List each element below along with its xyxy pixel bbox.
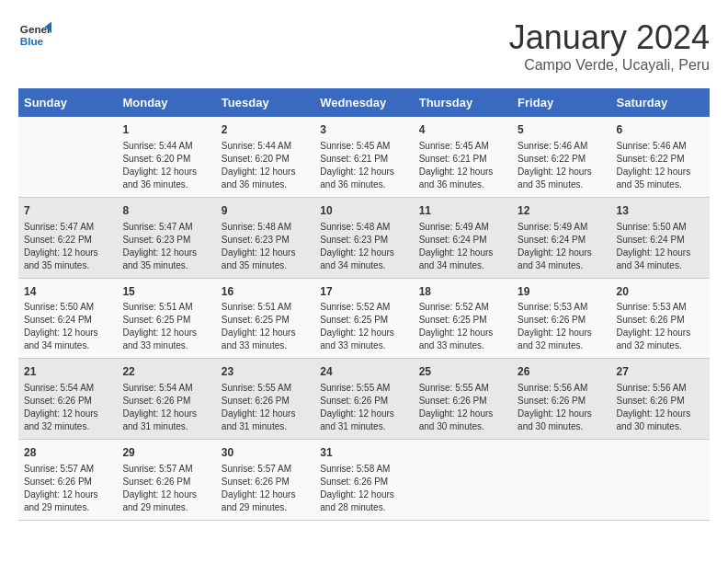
- calendar-cell: 3Sunrise: 5:45 AM Sunset: 6:21 PM Daylig…: [314, 117, 413, 197]
- day-number: 12: [518, 203, 605, 219]
- day-info: Sunrise: 5:46 AM Sunset: 6:22 PM Dayligh…: [617, 140, 704, 191]
- day-info: Sunrise: 5:44 AM Sunset: 6:20 PM Dayligh…: [222, 140, 309, 191]
- day-info: Sunrise: 5:50 AM Sunset: 6:24 PM Dayligh…: [617, 221, 704, 272]
- header-cell-tuesday: Tuesday: [216, 88, 314, 117]
- header-cell-monday: Monday: [117, 88, 215, 117]
- day-info: Sunrise: 5:52 AM Sunset: 6:25 PM Dayligh…: [320, 301, 407, 352]
- calendar-cell: 10Sunrise: 5:48 AM Sunset: 6:23 PM Dayli…: [314, 197, 413, 278]
- week-row-2: 7Sunrise: 5:47 AM Sunset: 6:22 PM Daylig…: [18, 197, 710, 278]
- day-number: 4: [419, 122, 506, 138]
- day-number: 19: [518, 284, 605, 300]
- day-number: 21: [24, 364, 111, 380]
- calendar-table: SundayMondayTuesdayWednesdayThursdayFrid…: [18, 88, 710, 521]
- calendar-cell: 16Sunrise: 5:51 AM Sunset: 6:25 PM Dayli…: [216, 278, 314, 359]
- calendar-cell: 17Sunrise: 5:52 AM Sunset: 6:25 PM Dayli…: [314, 278, 413, 359]
- calendar-cell: [611, 440, 710, 521]
- day-number: 1: [122, 122, 210, 138]
- day-number: 3: [320, 122, 407, 138]
- logo: General Blue: [18, 18, 51, 52]
- day-number: 13: [617, 203, 704, 219]
- day-info: Sunrise: 5:47 AM Sunset: 6:23 PM Dayligh…: [122, 221, 210, 272]
- week-row-3: 14Sunrise: 5:50 AM Sunset: 6:24 PM Dayli…: [18, 278, 710, 359]
- day-info: Sunrise: 5:53 AM Sunset: 6:26 PM Dayligh…: [518, 301, 605, 352]
- calendar-cell: 15Sunrise: 5:51 AM Sunset: 6:25 PM Dayli…: [117, 278, 215, 359]
- header-cell-sunday: Sunday: [18, 88, 117, 117]
- day-info: Sunrise: 5:55 AM Sunset: 6:26 PM Dayligh…: [222, 382, 309, 433]
- calendar-cell: 13Sunrise: 5:50 AM Sunset: 6:24 PM Dayli…: [611, 197, 710, 278]
- calendar-cell: 5Sunrise: 5:46 AM Sunset: 6:22 PM Daylig…: [512, 117, 610, 197]
- calendar-cell: [18, 117, 117, 197]
- day-number: 23: [222, 364, 309, 380]
- day-info: Sunrise: 5:55 AM Sunset: 6:26 PM Dayligh…: [320, 382, 407, 433]
- calendar-cell: 25Sunrise: 5:55 AM Sunset: 6:26 PM Dayli…: [414, 359, 512, 440]
- calendar-cell: 28Sunrise: 5:57 AM Sunset: 6:26 PM Dayli…: [18, 440, 117, 521]
- calendar-cell: 22Sunrise: 5:54 AM Sunset: 6:26 PM Dayli…: [117, 359, 215, 440]
- day-info: Sunrise: 5:56 AM Sunset: 6:26 PM Dayligh…: [617, 382, 704, 433]
- calendar-cell: 30Sunrise: 5:57 AM Sunset: 6:26 PM Dayli…: [216, 440, 314, 521]
- day-info: Sunrise: 5:57 AM Sunset: 6:26 PM Dayligh…: [24, 463, 111, 514]
- calendar-cell: 9Sunrise: 5:48 AM Sunset: 6:23 PM Daylig…: [216, 197, 314, 278]
- day-number: 27: [617, 364, 704, 380]
- day-number: 10: [320, 203, 407, 219]
- day-number: 31: [320, 445, 407, 461]
- day-info: Sunrise: 5:56 AM Sunset: 6:26 PM Dayligh…: [518, 382, 605, 433]
- day-info: Sunrise: 5:58 AM Sunset: 6:26 PM Dayligh…: [320, 463, 407, 514]
- day-info: Sunrise: 5:48 AM Sunset: 6:23 PM Dayligh…: [320, 221, 407, 272]
- day-info: Sunrise: 5:47 AM Sunset: 6:22 PM Dayligh…: [24, 221, 111, 272]
- day-info: Sunrise: 5:51 AM Sunset: 6:25 PM Dayligh…: [222, 301, 309, 352]
- calendar-cell: 11Sunrise: 5:49 AM Sunset: 6:24 PM Dayli…: [414, 197, 512, 278]
- calendar-cell: 7Sunrise: 5:47 AM Sunset: 6:22 PM Daylig…: [18, 197, 117, 278]
- calendar-cell: 2Sunrise: 5:44 AM Sunset: 6:20 PM Daylig…: [216, 117, 314, 197]
- day-number: 29: [122, 445, 210, 461]
- day-number: 14: [24, 284, 111, 300]
- day-info: Sunrise: 5:45 AM Sunset: 6:21 PM Dayligh…: [320, 140, 407, 191]
- calendar-cell: 27Sunrise: 5:56 AM Sunset: 6:26 PM Dayli…: [611, 359, 710, 440]
- day-info: Sunrise: 5:52 AM Sunset: 6:25 PM Dayligh…: [419, 301, 506, 352]
- day-info: Sunrise: 5:49 AM Sunset: 6:24 PM Dayligh…: [419, 221, 506, 272]
- day-info: Sunrise: 5:50 AM Sunset: 6:24 PM Dayligh…: [24, 301, 111, 352]
- day-number: 6: [617, 122, 704, 138]
- calendar-cell: 8Sunrise: 5:47 AM Sunset: 6:23 PM Daylig…: [117, 197, 215, 278]
- calendar-cell: 29Sunrise: 5:57 AM Sunset: 6:26 PM Dayli…: [117, 440, 215, 521]
- calendar-cell: 1Sunrise: 5:44 AM Sunset: 6:20 PM Daylig…: [117, 117, 215, 197]
- calendar-cell: 21Sunrise: 5:54 AM Sunset: 6:26 PM Dayli…: [18, 359, 117, 440]
- calendar-cell: 19Sunrise: 5:53 AM Sunset: 6:26 PM Dayli…: [512, 278, 610, 359]
- day-info: Sunrise: 5:51 AM Sunset: 6:25 PM Dayligh…: [122, 301, 210, 352]
- calendar-cell: [414, 440, 512, 521]
- day-info: Sunrise: 5:45 AM Sunset: 6:21 PM Dayligh…: [419, 140, 506, 191]
- day-number: 26: [518, 364, 605, 380]
- day-number: 30: [222, 445, 309, 461]
- day-number: 24: [320, 364, 407, 380]
- title-block: January 2024 Campo Verde, Ucayali, Peru: [509, 18, 710, 74]
- day-info: Sunrise: 5:54 AM Sunset: 6:26 PM Dayligh…: [24, 382, 111, 433]
- day-info: Sunrise: 5:53 AM Sunset: 6:26 PM Dayligh…: [617, 301, 704, 352]
- day-number: 16: [222, 284, 309, 300]
- header-cell-wednesday: Wednesday: [314, 88, 413, 117]
- calendar-cell: 18Sunrise: 5:52 AM Sunset: 6:25 PM Dayli…: [414, 278, 512, 359]
- day-number: 17: [320, 284, 407, 300]
- week-row-1: 1Sunrise: 5:44 AM Sunset: 6:20 PM Daylig…: [18, 117, 710, 197]
- day-number: 28: [24, 445, 111, 461]
- header-row: SundayMondayTuesdayWednesdayThursdayFrid…: [18, 88, 710, 117]
- day-number: 11: [419, 203, 506, 219]
- calendar-cell: 24Sunrise: 5:55 AM Sunset: 6:26 PM Dayli…: [314, 359, 413, 440]
- calendar-cell: [512, 440, 610, 521]
- day-info: Sunrise: 5:57 AM Sunset: 6:26 PM Dayligh…: [222, 463, 309, 514]
- day-number: 20: [617, 284, 704, 300]
- header-cell-thursday: Thursday: [414, 88, 512, 117]
- day-number: 25: [419, 364, 506, 380]
- day-info: Sunrise: 5:48 AM Sunset: 6:23 PM Dayligh…: [222, 221, 309, 272]
- main-title: January 2024: [509, 18, 710, 57]
- day-info: Sunrise: 5:44 AM Sunset: 6:20 PM Dayligh…: [122, 140, 210, 191]
- subtitle: Campo Verde, Ucayali, Peru: [509, 57, 710, 74]
- calendar-cell: 4Sunrise: 5:45 AM Sunset: 6:21 PM Daylig…: [414, 117, 512, 197]
- calendar-cell: 20Sunrise: 5:53 AM Sunset: 6:26 PM Dayli…: [611, 278, 710, 359]
- calendar-body: 1Sunrise: 5:44 AM Sunset: 6:20 PM Daylig…: [18, 117, 710, 520]
- day-number: 5: [518, 122, 605, 138]
- day-info: Sunrise: 5:54 AM Sunset: 6:26 PM Dayligh…: [122, 382, 210, 433]
- day-number: 22: [122, 364, 210, 380]
- calendar-header: SundayMondayTuesdayWednesdayThursdayFrid…: [18, 88, 710, 117]
- calendar-cell: 12Sunrise: 5:49 AM Sunset: 6:24 PM Dayli…: [512, 197, 610, 278]
- day-info: Sunrise: 5:46 AM Sunset: 6:22 PM Dayligh…: [518, 140, 605, 191]
- day-info: Sunrise: 5:57 AM Sunset: 6:26 PM Dayligh…: [122, 463, 210, 514]
